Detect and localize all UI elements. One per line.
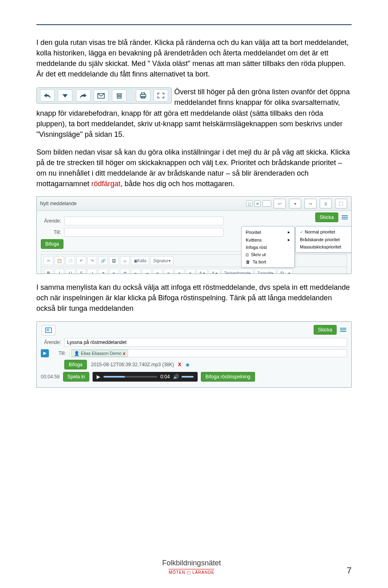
p2-c: , både hos dig och hos mottagaren.	[120, 180, 234, 188]
top-rule	[36, 24, 352, 25]
send-button[interactable]: Skicka	[315, 212, 338, 222]
menu-print[interactable]: ⎙Skriv ut	[242, 251, 294, 258]
audio-player[interactable]: ▶ 0:04 🔊	[93, 372, 198, 382]
rt-button[interactable]: ↷	[87, 256, 97, 265]
subject-input[interactable]	[64, 217, 224, 225]
reply-icon	[40, 89, 55, 102]
rt-bgcolor[interactable]: A ▾	[209, 269, 220, 274]
body-paragraph-2: Som bilden nedan visar så kan du göra ol…	[36, 147, 352, 189]
dropdown-icon	[58, 89, 72, 102]
audio-icon: ◉	[186, 362, 190, 367]
volume-icon[interactable]: 🔊	[173, 374, 179, 380]
mark-unread-icon	[94, 89, 108, 102]
attach-button[interactable]: Bifoga	[64, 360, 87, 369]
p1-part-a: I den gula rutan visas tre blå ränder. K…	[36, 38, 348, 78]
rt-button[interactable]: ☺	[120, 256, 130, 265]
priority-submenu: ✓ Normal prioritet Brådskande prioritet …	[295, 226, 352, 253]
dropdown-icon[interactable]: ▾	[289, 199, 301, 208]
rt-button[interactable]: 🖼	[109, 256, 119, 265]
rt-numlist[interactable]: ≡	[109, 269, 119, 274]
record-button[interactable]: Spela in	[63, 372, 89, 382]
forward-icon[interactable]: ↪	[304, 199, 316, 208]
rt-color[interactable]: A ▾	[196, 269, 208, 274]
recipient-chip[interactable]: 👤 Elias Eliasson Demo x	[71, 350, 128, 357]
submenu-normal[interactable]: ✓ Normal prioritet	[296, 228, 352, 236]
rt-button[interactable]: 📋	[55, 256, 64, 265]
to-label: Till:	[52, 350, 66, 356]
send-button[interactable]: Skicka	[314, 325, 337, 335]
svg-rect-3	[141, 93, 145, 95]
play-pause-icon[interactable]: ▶	[97, 374, 100, 380]
subject-input[interactable]	[64, 338, 347, 347]
rt-align-j[interactable]: ≡	[186, 269, 195, 274]
rt-bullist[interactable]: ≣	[120, 269, 130, 274]
rt-align-r[interactable]: ≡	[175, 269, 184, 274]
to-input[interactable]	[64, 228, 224, 237]
attach-voice-button[interactable]: Bifoga röstinspelning	[201, 372, 255, 382]
total-time: 00:04:58	[41, 374, 60, 380]
print-icon	[136, 89, 150, 102]
rt-font[interactable]: Typsnitt ▾	[255, 269, 276, 274]
page-number: 7	[347, 565, 352, 576]
rt-format[interactable]: Teckenformat ▾	[221, 269, 253, 274]
template-icon[interactable]	[42, 325, 55, 335]
rt-button[interactable]: 🔗	[98, 256, 108, 265]
subject-label: Ärende:	[41, 218, 61, 224]
menu-receipt[interactable]: Kvittens▸	[242, 236, 294, 244]
rt-button[interactable]: ✂	[44, 256, 53, 265]
fullscreen-icon	[154, 89, 168, 102]
to-label: Till:	[41, 229, 61, 235]
rt-button[interactable]: 📄	[65, 256, 75, 265]
rt-strike[interactable]: S	[76, 269, 86, 274]
hamburger-icon[interactable]	[339, 327, 347, 333]
outer-tools: ↩ ▾ ↪ ⎙ ⛶	[273, 199, 348, 208]
send-options-menu: Prioritet▸ Kvittens▸ Infoga röst ⎙Skriv …	[241, 226, 295, 267]
remove-recipient-icon[interactable]: x	[123, 351, 125, 356]
rt-bold[interactable]: B	[44, 269, 53, 274]
footer-logo: Folkbildningsnätet MÖTEN ▢ LÄRANDE	[162, 559, 221, 576]
print-icon[interactable]: ⎙	[320, 199, 332, 208]
hamburger-icon[interactable]	[341, 214, 349, 220]
window-title: Nytt meddelande	[40, 201, 77, 206]
forward-icon	[76, 89, 91, 102]
play-icon[interactable]: ▶	[41, 349, 49, 357]
rt-button[interactable]: ↶	[76, 256, 86, 265]
reply-icon[interactable]: ↩	[274, 199, 286, 208]
screenshot-new-message: Nytt meddelande ◻ ✕ ↩ ▾ ↪ ⎙ ⛶ Skicka	[36, 196, 352, 274]
rt-italic[interactable]: I	[55, 269, 64, 274]
rt-size[interactable]: St… ▾	[277, 269, 293, 274]
current-time: 0:04	[160, 374, 170, 380]
rt-outdent[interactable]: ⇤	[131, 269, 141, 274]
fullscreen-icon[interactable]: ⛶	[335, 199, 347, 208]
remove-attachment-icon[interactable]: X	[178, 362, 181, 367]
subject-label: Ärende:	[41, 340, 61, 345]
rt-source-button[interactable]: ▣ Källa	[131, 256, 149, 265]
attach-button[interactable]: Bifoga	[41, 239, 63, 249]
attachment-filename: 2015-08-12T06:39:32.740Z.mp3 (38K)	[91, 362, 174, 367]
rt-align-l[interactable]: ≡	[153, 269, 162, 274]
menu-voice[interactable]: Infoga röst	[242, 244, 294, 251]
delete-icon	[112, 89, 127, 102]
message-toolbar-image	[36, 87, 172, 104]
brand-name: Folkbildningsnätet	[162, 559, 221, 567]
p2-red-word: rödfärgat	[91, 180, 120, 188]
submenu-urgent[interactable]: Brådskande prioritet	[296, 236, 352, 243]
screenshot-voice-message: Skicka Ärende: ▶ Till: 👤 Elias Eliasson …	[36, 321, 352, 388]
rt-clear[interactable]: I̶	[87, 269, 97, 274]
submenu-mass[interactable]: Massutskicksprioritet	[296, 243, 352, 250]
rt-underline[interactable]: U	[65, 269, 75, 274]
brand-tagline: MÖTEN ▢ LÄRANDE	[169, 569, 214, 575]
rt-signature-button[interactable]: Signatur ▾	[150, 256, 173, 265]
window-titlebar: Nytt meddelande ◻ ✕ ↩ ▾ ↪ ⎙ ⛶	[37, 197, 351, 211]
rt-quote[interactable]: ❝	[98, 269, 108, 274]
rt-align-c[interactable]: ≡	[164, 269, 173, 274]
menu-delete[interactable]: 🗑Ta bort	[242, 258, 294, 265]
body-paragraph-1: I den gula rutan visas tre blå ränder. K…	[36, 37, 352, 79]
menu-priority[interactable]: Prioritet▸	[242, 228, 294, 236]
body-paragraph-3: I samma menylista kan du också välja att…	[36, 282, 352, 314]
rt-indent[interactable]: ⇥	[142, 269, 152, 274]
minimize-icon[interactable]: ◻	[246, 200, 253, 207]
close-icon[interactable]: ✕	[254, 200, 261, 207]
